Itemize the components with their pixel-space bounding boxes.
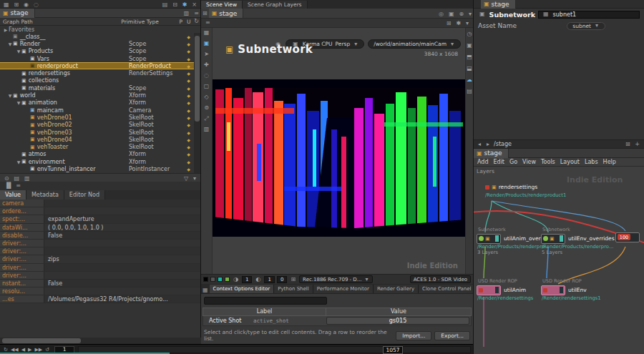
option-value-field[interactable]: gs015 (326, 317, 469, 325)
scrollbar-thumb[interactable] (2, 338, 81, 343)
populate-dot-icon[interactable]: ◆ (185, 159, 192, 164)
table-row[interactable]: disable... False (0, 232, 200, 240)
gamma-icon[interactable]: ◐ (254, 277, 262, 282)
menu-item[interactable]: Go (509, 159, 517, 165)
node-body[interactable]: 100 (615, 232, 640, 242)
play-icon[interactable]: ▶ (26, 347, 33, 353)
start-frame-field[interactable]: 1 (54, 346, 74, 353)
snapshot-icon[interactable]: ▣ (447, 11, 456, 17)
compare-icon[interactable]: ⊞ (289, 277, 297, 282)
param-value[interactable]: False (44, 232, 200, 239)
pin-icon[interactable]: ◉ (22, 2, 30, 8)
populate-dot-icon[interactable]: ◆ (185, 56, 192, 62)
table-row[interactable]: resolu... (0, 287, 200, 295)
param-value[interactable] (44, 272, 200, 279)
table-row[interactable]: driver:... (0, 240, 200, 247)
pane-grid-icon[interactable]: ▦ (201, 287, 210, 293)
jump-start-icon[interactable]: ◀◀ (9, 347, 20, 353)
node-body[interactable]: ▣ (477, 234, 501, 244)
flag-chip-icon[interactable] (560, 287, 563, 293)
table-row[interactable]: ▣ materials Scope ◆ ◆ (0, 84, 200, 92)
display-options-icon[interactable]: ⊞ (445, 21, 453, 26)
table-row[interactable]: ▼ ▣ Render Scope ◆ ◆ (0, 40, 200, 47)
param-value[interactable]: ( 0.0, 0.0, 1.0, 1.0 ) (44, 224, 200, 231)
clock-icon[interactable]: ◷ (466, 31, 474, 37)
snap-icon[interactable]: ⊚ (203, 105, 210, 111)
swatch-teal[interactable] (218, 277, 223, 282)
param-value[interactable] (44, 247, 200, 255)
asset-name-dropdown[interactable]: subnet ▾ (567, 22, 605, 30)
handles-icon[interactable]: ◇ (203, 94, 210, 100)
table-row[interactable]: ▣ vehToaster SkelRoot ◆ ◆ (0, 143, 200, 150)
param-value[interactable]: /Volumes/Pegasus32 R4/Projects/gnomo... (44, 295, 200, 303)
loop-icon[interactable]: ↻ (2, 347, 9, 353)
flag-chip-icon[interactable] (560, 235, 563, 242)
node-body[interactable] (477, 285, 501, 295)
offset-field[interactable]: 0 (277, 276, 287, 283)
spreadsheet-tab[interactable]: Editor Nod (64, 190, 105, 200)
table-row[interactable]: ▣ atmos Xform ◆ ◆ (0, 151, 200, 158)
option-name-field[interactable] (204, 297, 327, 305)
filter-funnel-icon[interactable]: ▽ (182, 176, 190, 182)
populate-dot-icon[interactable]: ◆ (185, 34, 192, 39)
gear-icon[interactable]: ✱ (181, 2, 189, 8)
menu-icon[interactable]: ≡ (204, 20, 212, 26)
add-icon[interactable]: + (633, 142, 641, 147)
view-grid-icon[interactable]: ▦ (203, 30, 211, 36)
search-icon[interactable]: ◌ (32, 2, 40, 8)
populate-dot-icon[interactable]: ◆ (185, 100, 192, 105)
path-options-icon[interactable]: ⊞ (624, 142, 632, 147)
back-icon[interactable]: ◂ (477, 142, 482, 147)
select-arrow-icon[interactable]: ➤ (203, 51, 210, 57)
col-primitive-type[interactable]: Primitive Type (121, 19, 177, 25)
table-row[interactable]: ▣ collections ◆ ◆ (0, 77, 200, 84)
param-value[interactable] (44, 207, 200, 215)
param-value[interactable] (44, 264, 200, 271)
table-row[interactable]: ▣ __class__ ◆ ◆ (0, 33, 200, 40)
populate-dot-icon[interactable]: ◆ (185, 86, 192, 91)
table-row[interactable]: ordere... (0, 207, 200, 215)
flag-chip-icon[interactable] (495, 287, 499, 293)
translate-icon[interactable]: ✚ (203, 62, 210, 68)
table-row[interactable]: ▣ envTunnel_instancer PointInstancer ◆ ◆ (0, 165, 200, 172)
table-row[interactable]: ▣ maincam Camera ◆ ◆ (0, 107, 200, 114)
table-row[interactable]: driver:... (0, 272, 200, 280)
menu-item[interactable]: Tools (541, 159, 555, 165)
rop-node-utilenv[interactable]: USD Render ROP utilEnv /Render/renderset… (541, 278, 620, 301)
col-u[interactable]: U (185, 19, 192, 25)
tab-stage-center[interactable]: ▣ stage (209, 9, 244, 18)
expand-caret-icon[interactable]: ▼ (7, 41, 13, 46)
populate-dot-icon[interactable]: ◆ (185, 49, 192, 54)
menu-item[interactable]: Layout (560, 159, 580, 165)
menu-item[interactable]: View (522, 159, 536, 165)
spreadsheet-tab[interactable]: Metadata (26, 190, 64, 200)
bottom-tab[interactable]: Context Options Editor (210, 285, 275, 293)
col-graph-path[interactable]: Graph Path (3, 19, 121, 25)
table-row[interactable]: spect:... expandAperture (0, 215, 200, 223)
partial-node[interactable]: 100 (615, 225, 644, 242)
chevron-down-icon[interactable]: ▾ (464, 21, 470, 26)
table-row[interactable]: driver:... (0, 264, 200, 272)
bottom-tab[interactable]: Render Gallery (374, 285, 419, 293)
display-space-dropdown[interactable]: Rec.1886 Rec.709 - D...▾ (299, 275, 373, 283)
menu-item[interactable]: Edit (494, 159, 505, 165)
render-image[interactable] (213, 79, 465, 237)
import-button[interactable]: Import... (396, 331, 431, 340)
table-row[interactable]: ...es /Volumes/Pegasus32 R4/Projects/gno… (0, 295, 200, 303)
bottom-tab[interactable]: Python Shell (274, 285, 313, 293)
populate-dot-icon[interactable]: ◆ (185, 152, 192, 157)
rendersettings-node[interactable]: ▣ rendersettings /Render/Products/render… (485, 184, 566, 198)
param-value[interactable] (44, 287, 200, 295)
step-forward-icon[interactable]: ▶▶ (33, 347, 44, 353)
table-row[interactable]: dataWi... ( 0.0, 0.0, 1.0, 1.0 ) (0, 224, 200, 232)
pin-icon[interactable]: ⊙ (3, 176, 11, 182)
table-row[interactable]: camera (0, 200, 200, 207)
exposure-field[interactable]: 1 (242, 276, 252, 283)
param-value[interactable]: zips (44, 255, 200, 262)
settings-icon[interactable]: ✱ (454, 21, 462, 26)
pane-grid-icon[interactable]: ▦ (2, 2, 11, 8)
param-value[interactable] (44, 240, 200, 247)
scale-icon[interactable]: ▢ (203, 84, 211, 89)
table-row[interactable]: ▼ ▣ Products Scope ◆ ◆ (0, 48, 200, 55)
view-transform-dropdown[interactable]: ACES 1.0 - SDR Video (410, 275, 471, 283)
